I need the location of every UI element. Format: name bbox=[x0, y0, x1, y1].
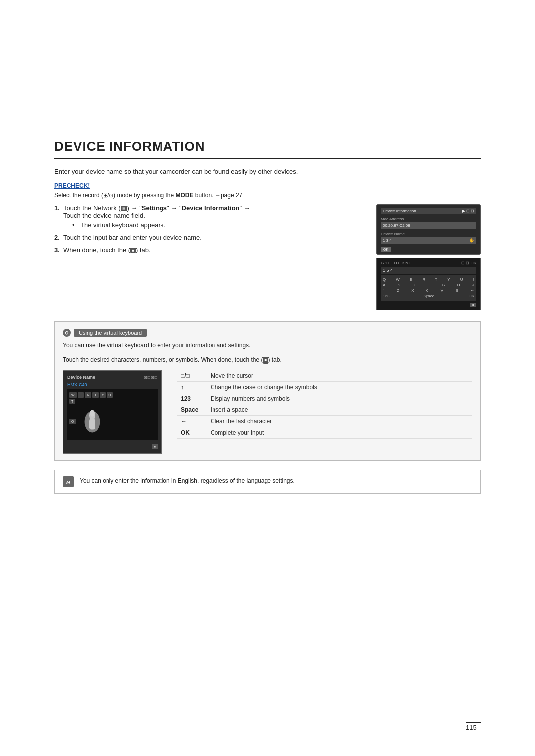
vk-device-value: HMX-C40 bbox=[67, 382, 158, 387]
main-content: 1. Touch the Network (⊞) → "Settings" → … bbox=[54, 204, 481, 310]
vk-topbar: Device Name ⊡⊡⊡⊡ bbox=[67, 375, 158, 380]
vk-key-row-1: W E R T Y U bbox=[69, 392, 156, 398]
screenshot-1: Device Information ▶ ⊞ ⊡ Mac Address 00:… bbox=[376, 204, 481, 255]
section-title: DEVICE INFORMATION bbox=[54, 139, 481, 159]
step-1-content: Touch the Network (⊞) → "Settings" → "De… bbox=[63, 204, 367, 229]
vk-table-row: SpaceInsert a space bbox=[177, 404, 472, 416]
ok-inline-icon: ■ bbox=[263, 357, 268, 364]
step-3-number: 3. bbox=[54, 246, 61, 253]
mac-label: Mac Address bbox=[381, 217, 476, 221]
vk-symbol: Space bbox=[177, 404, 207, 416]
vk-icon: Q bbox=[63, 329, 71, 337]
steps-list: 1. Touch the Network (⊞) → "Settings" → … bbox=[54, 204, 367, 253]
page-number: 115 bbox=[466, 722, 481, 731]
vk-table-row: □/□Move the cursor bbox=[177, 370, 472, 382]
right-screenshots: Device Information ▶ ⊞ ⊡ Mac Address 00:… bbox=[376, 204, 481, 310]
device-name-value: 1 3 4 ✋ bbox=[381, 237, 476, 244]
vk-screen-mock: Device Name ⊡⊡⊡⊡ HMX-C40 W E R T Y U bbox=[63, 370, 162, 454]
vk-key-row-3: O bbox=[69, 419, 76, 424]
vk-desc-2: Touch the desired characters, numbers, o… bbox=[63, 355, 472, 364]
step-3-text: When done, touch the (■) tab. bbox=[63, 246, 151, 253]
screenshot-2: G 1 F ∙ D F B N F ⊡ ⊡ OK 1 5 4 QWERTYUI … bbox=[376, 258, 481, 310]
ok-tab-icon: ■ bbox=[130, 248, 136, 253]
device-name-label: Device Name bbox=[381, 232, 476, 236]
precheck-text: Select the record (⊞/⊙) mode by pressing… bbox=[54, 192, 481, 199]
vk-keyboard-area: W E R T Y U T O bbox=[67, 389, 158, 440]
keyboard-shortcuts-table: □/□Move the cursor↑Change the case or ch… bbox=[177, 370, 472, 439]
vk-table-row: ↑Change the case or change the symbols bbox=[177, 382, 472, 393]
vk-table-row: OKComplete your input bbox=[177, 427, 472, 439]
step-1-number: 1. bbox=[54, 204, 61, 229]
keyboard-row-2: ASDFGHJ bbox=[383, 283, 474, 287]
step-1-bullet-text: The virtual keyboard appears. bbox=[80, 221, 165, 229]
step-2-text: Touch the input bar and enter your devic… bbox=[63, 234, 202, 241]
pencil-icon: M bbox=[65, 478, 72, 485]
vk-symbol: ← bbox=[177, 416, 207, 427]
vk-symbol: □/□ bbox=[177, 370, 207, 382]
keyboard-row-4: 123SpaceOK bbox=[383, 294, 474, 298]
vk-description: Insert a space bbox=[207, 404, 472, 416]
step-1-text: Touch the Network (⊞) → "Settings" → "De… bbox=[63, 204, 250, 219]
vk-description: Display numbers and symbols bbox=[207, 393, 472, 404]
vk-title: Using the virtual keyboard bbox=[74, 329, 147, 337]
intro-text: Enter your device name so that your camc… bbox=[54, 168, 481, 175]
vk-table: □/□Move the cursor↑Change the case or ch… bbox=[177, 370, 472, 439]
note-icon: M bbox=[63, 476, 74, 487]
step-2: 2. Touch the input bar and enter your de… bbox=[54, 234, 367, 241]
svg-text:M: M bbox=[66, 480, 70, 485]
precheck-label: PRECHECK! bbox=[54, 182, 481, 189]
vk-description: Complete your input bbox=[207, 427, 472, 439]
virtual-keyboard-box: Q Using the virtual keyboard You can use… bbox=[54, 321, 481, 461]
vk-screen-container: Device Name ⊡⊡⊡⊡ HMX-C40 W E R T Y U bbox=[63, 370, 167, 454]
vk-desc-1: You can use the virtual keyboard to ente… bbox=[63, 341, 472, 350]
vk-table-row: 123Display numbers and symbols bbox=[177, 393, 472, 404]
vk-symbol: ↑ bbox=[177, 382, 207, 393]
note-box: M You can only enter the information in … bbox=[54, 470, 481, 494]
vk-device-label: Device Name bbox=[67, 375, 95, 380]
step-1-bullet: • The virtual keyboard appears. bbox=[72, 221, 367, 229]
svg-point-3 bbox=[90, 410, 95, 417]
step-2-number: 2. bbox=[54, 234, 61, 241]
step-3: 3. When done, touch the (■) tab. bbox=[54, 246, 367, 253]
step-3-content: When done, touch the (■) tab. bbox=[63, 246, 367, 253]
hand-pointer-icon bbox=[80, 407, 105, 437]
vk-table-row: ←Clear the last character bbox=[177, 416, 472, 427]
vk-symbol: 123 bbox=[177, 393, 207, 404]
mac-value: 00:20:87:C2:08 bbox=[381, 222, 476, 229]
ok-button-screen: OK bbox=[381, 247, 391, 252]
vk-symbol: OK bbox=[177, 427, 207, 439]
note-text: You can only enter the information in En… bbox=[80, 476, 295, 485]
keyboard-input: 1 5 4 bbox=[381, 267, 476, 274]
keyboard-row: QWERTYUI bbox=[383, 277, 474, 282]
left-content: 1. Touch the Network (⊞) → "Settings" → … bbox=[54, 204, 367, 258]
page-number-line bbox=[466, 722, 481, 723]
step-2-content: Touch the input bar and enter your devic… bbox=[63, 234, 367, 241]
screen-1-title: Device Information ▶ ⊞ ⊡ bbox=[381, 208, 476, 214]
network-icon: ⊞ bbox=[121, 206, 127, 211]
vk-description: Move the cursor bbox=[207, 370, 472, 382]
vk-key-row-2: T bbox=[69, 399, 156, 404]
vk-inner: Device Name ⊡⊡⊡⊡ HMX-C40 W E R T Y U bbox=[63, 370, 472, 454]
keyboard-row-3: ↑ZXCVB← bbox=[383, 288, 474, 293]
vk-description: Change the case or change the symbols bbox=[207, 382, 472, 393]
svg-rect-2 bbox=[89, 419, 95, 429]
vk-description: Clear the last character bbox=[207, 416, 472, 427]
step-1: 1. Touch the Network (⊞) → "Settings" → … bbox=[54, 204, 367, 229]
vk-header: Q Using the virtual keyboard bbox=[63, 329, 472, 337]
